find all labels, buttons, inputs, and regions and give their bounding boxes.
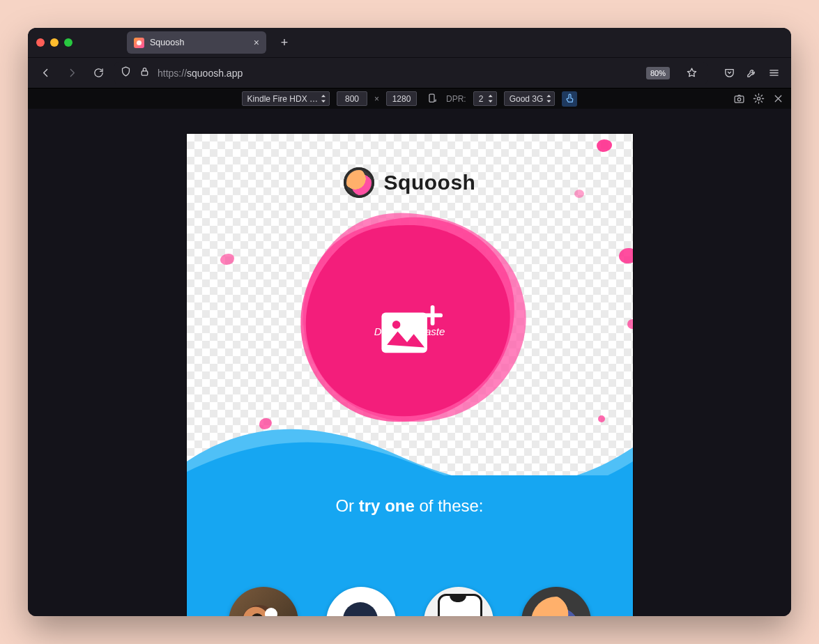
try-bold: try one xyxy=(359,496,415,515)
svg-point-6 xyxy=(392,321,400,329)
tracking-shield-icon[interactable] xyxy=(120,66,132,80)
dpr-value: 2 xyxy=(479,94,484,104)
bookmark-star-button[interactable] xyxy=(681,63,702,84)
toolbar-right-group xyxy=(719,63,784,84)
tab-title: Squoosh xyxy=(150,38,184,47)
viewport-width-input[interactable] xyxy=(337,91,367,106)
touch-simulation-toggle[interactable] xyxy=(562,91,577,107)
svg-rect-1 xyxy=(429,94,434,102)
emulated-page: Squoosh xyxy=(187,134,633,616)
responsive-viewport-area: Squoosh xyxy=(28,109,791,616)
rotate-viewport-button[interactable] xyxy=(424,91,439,107)
url-bar[interactable]: https://squoosh.app 80% xyxy=(114,62,707,84)
svg-point-4 xyxy=(757,97,760,100)
add-image-icon xyxy=(353,305,466,358)
sample-device-screen[interactable] xyxy=(424,587,493,616)
window-titlebar: Squoosh × + xyxy=(28,28,791,57)
sample-large-photo[interactable] xyxy=(229,587,298,616)
dpr-label: DPR: xyxy=(446,94,466,104)
screenshot-button[interactable] xyxy=(731,91,747,107)
tab-favicon-icon xyxy=(134,38,144,48)
rdm-settings-button[interactable] xyxy=(751,91,766,107)
tab-close-button[interactable]: × xyxy=(254,37,259,48)
url-host: squoosh.app xyxy=(187,68,243,79)
svg-rect-2 xyxy=(735,96,744,102)
browser-tab[interactable]: Squoosh × xyxy=(127,31,266,54)
device-preset-label: Kindle Fire HDX … xyxy=(247,94,318,104)
dimension-separator: × xyxy=(374,94,379,104)
sample-svg-icon[interactable] xyxy=(521,587,591,616)
svg-point-3 xyxy=(737,98,741,101)
app-header: Squoosh xyxy=(187,167,633,198)
try-suffix: of these: xyxy=(415,496,484,515)
app-title: Squoosh xyxy=(384,171,476,194)
pocket-icon[interactable] xyxy=(719,63,740,84)
throttle-value: Good 3G xyxy=(510,94,544,104)
nav-back-button[interactable] xyxy=(35,63,56,84)
nav-forward-button[interactable] xyxy=(61,63,82,84)
samples-section: Or try one of these: xyxy=(187,454,633,616)
lock-icon[interactable] xyxy=(139,66,151,80)
customize-wrench-icon[interactable] xyxy=(741,63,762,84)
window-zoom-button[interactable] xyxy=(64,38,72,47)
nav-reload-button[interactable] xyxy=(88,63,109,84)
url-protocol: https:// xyxy=(158,68,187,79)
app-menu-button[interactable] xyxy=(763,63,784,84)
window-minimize-button[interactable] xyxy=(50,38,59,47)
try-prefix: Or xyxy=(335,496,358,515)
network-throttle-select[interactable]: Good 3G xyxy=(504,91,556,106)
samples-heading: Or try one of these: xyxy=(187,496,633,516)
sample-artwork[interactable] xyxy=(326,587,396,616)
zoom-level-badge[interactable]: 80% xyxy=(646,67,670,79)
browser-window: Squoosh × + https://squoosh.app 80% xyxy=(28,28,791,616)
rdm-close-button[interactable] xyxy=(770,91,786,107)
squoosh-logo-icon xyxy=(344,167,374,198)
device-preset-select[interactable]: Kindle Fire HDX … xyxy=(242,91,330,106)
window-traffic-lights xyxy=(36,38,72,47)
svg-rect-0 xyxy=(141,71,148,75)
browser-toolbar: https://squoosh.app 80% xyxy=(28,57,791,88)
window-close-button[interactable] xyxy=(36,38,45,47)
sample-list xyxy=(187,587,633,616)
drop-paste-target[interactable]: Drop OR Paste xyxy=(295,216,525,446)
dpr-select[interactable]: 2 xyxy=(473,91,497,106)
url-text: https://squoosh.app xyxy=(158,68,243,79)
drop-target-content: Drop OR Paste xyxy=(374,325,445,337)
new-tab-button[interactable]: + xyxy=(275,33,294,52)
viewport-height-input[interactable] xyxy=(386,91,417,106)
responsive-design-toolbar: Kindle Fire HDX … × DPR: 2 Good 3G xyxy=(28,88,791,109)
